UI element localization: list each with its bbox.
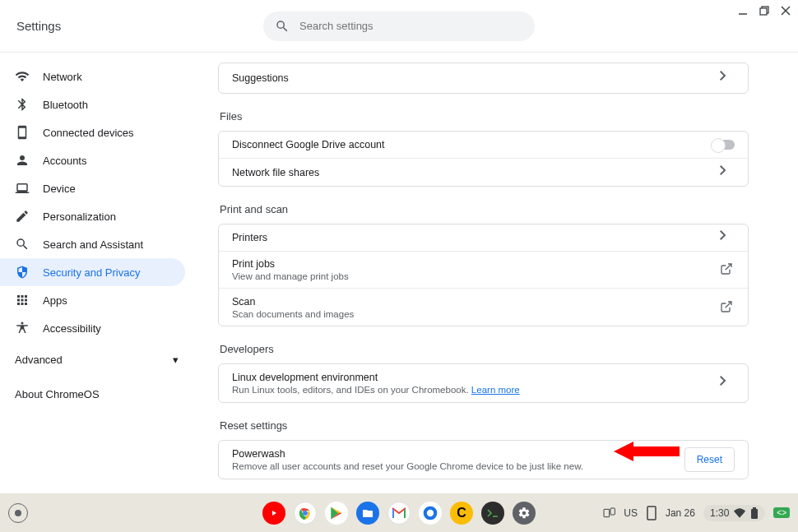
- brush-icon: [15, 209, 30, 224]
- time-indicator: 1:30: [710, 507, 729, 519]
- external-link-icon: [720, 262, 735, 277]
- youtube-icon[interactable]: [262, 502, 285, 525]
- svg-marker-5: [614, 442, 680, 461]
- person-icon: [15, 153, 30, 168]
- scan-sub: Scan documents and images: [232, 309, 354, 319]
- launcher-button[interactable]: [8, 503, 28, 523]
- linux-row[interactable]: Linux development environment Run Linux …: [219, 364, 748, 402]
- settings-content: Suggestions Files Disconnect Google Driv…: [193, 53, 798, 493]
- print-jobs-label: Print jobs: [232, 258, 349, 270]
- play-store-icon[interactable]: [325, 502, 348, 525]
- search-input[interactable]: [299, 20, 523, 32]
- reset-button[interactable]: Reset: [684, 447, 735, 472]
- developers-section-title: Developers: [220, 343, 749, 355]
- search-icon: [15, 237, 30, 252]
- sidebar-item-device[interactable]: Device: [0, 174, 185, 202]
- print-jobs-sub: View and manage print jobs: [232, 271, 349, 281]
- keyboard-layout-indicator[interactable]: US: [624, 507, 638, 519]
- chevron-right-icon: [720, 165, 735, 180]
- suggestions-label: Suggestions: [232, 72, 289, 84]
- settings-header: Settings: [0, 0, 798, 53]
- sidebar-item-accounts[interactable]: Accounts: [0, 146, 185, 174]
- sidebar-item-label: Device: [43, 183, 76, 195]
- sidebar-item-accessibility[interactable]: Accessibility: [0, 314, 185, 342]
- chevron-right-icon: [720, 71, 735, 86]
- sidebar-item-label: Search and Assistant: [43, 238, 143, 251]
- chevron-right-icon: [720, 230, 735, 245]
- sidebar-item-label: Accessibility: [43, 322, 101, 335]
- external-link-icon: [720, 300, 735, 315]
- settings-icon[interactable]: [513, 502, 536, 525]
- overview-icon[interactable]: [602, 507, 615, 520]
- chrome-icon[interactable]: [294, 502, 317, 525]
- sidebar-item-label: Network: [43, 71, 82, 83]
- status-pill[interactable]: 1:30: [703, 505, 765, 521]
- sidebar-item-label: Personalization: [43, 210, 116, 223]
- disconnect-drive-row[interactable]: Disconnect Google Drive account: [219, 132, 748, 159]
- print-jobs-row[interactable]: Print jobs View and manage print jobs: [219, 252, 748, 289]
- svg-point-8: [427, 509, 434, 516]
- svg-rect-11: [647, 507, 656, 520]
- app-c-icon[interactable]: C: [450, 502, 473, 525]
- accessibility-icon: [15, 321, 30, 335]
- sidebar-item-label: Security and Privacy: [43, 266, 141, 279]
- status-tray[interactable]: US Jan 26 1:30 <>: [602, 505, 790, 521]
- chevron-right-icon: [720, 376, 735, 391]
- powerwash-sub: Remove all user accounts and reset your …: [232, 461, 583, 471]
- sidebar-item-bluetooth[interactable]: Bluetooth: [0, 90, 185, 118]
- disconnect-drive-toggle[interactable]: [712, 140, 735, 150]
- svg-rect-12: [751, 509, 758, 519]
- sidebar-item-security[interactable]: Security and Privacy: [0, 258, 185, 286]
- sidebar-item-network[interactable]: Network: [0, 62, 185, 90]
- files-section-title: Files: [220, 110, 749, 123]
- sidebar-item-personalization[interactable]: Personalization: [0, 202, 185, 230]
- apps-icon: [15, 293, 30, 308]
- date-indicator[interactable]: Jan 26: [666, 507, 695, 519]
- sidebar-item-label: Bluetooth: [43, 99, 88, 111]
- search-icon: [275, 19, 290, 34]
- gmail-icon[interactable]: [387, 502, 411, 525]
- sidebar-item-connected-devices[interactable]: Connected devices: [0, 118, 185, 146]
- suggestions-row[interactable]: Suggestions: [219, 63, 748, 93]
- svg-rect-10: [610, 508, 615, 515]
- disconnect-drive-label: Disconnect Google Drive account: [232, 139, 385, 150]
- reset-section-title: Reset settings: [220, 419, 749, 432]
- sidebar-item-label: Apps: [43, 294, 67, 307]
- phone-icon: [15, 125, 30, 140]
- sidebar: Network Bluetooth Connected devices Acco…: [0, 53, 193, 493]
- annotation-arrow: [614, 439, 680, 464]
- wifi-icon: [15, 69, 30, 84]
- sidebar-item-search-assistant[interactable]: Search and Assistant: [0, 230, 185, 258]
- suggestions-card: Suggestions: [218, 62, 749, 94]
- messages-icon[interactable]: [419, 502, 442, 525]
- shelf: C US Jan 26 1:30 <>: [0, 493, 798, 532]
- wifi-status-icon: [734, 508, 745, 518]
- bluetooth-icon: [15, 97, 30, 112]
- powerwash-label: Powerwash: [232, 448, 583, 460]
- linux-sub: Run Linux tools, editors, and IDEs on yo…: [232, 385, 520, 395]
- dev-mode-indicator[interactable]: <>: [773, 507, 790, 518]
- linux-learn-more-link[interactable]: Learn more: [471, 385, 520, 395]
- search-bar[interactable]: [263, 12, 535, 41]
- network-shares-row[interactable]: Network file shares: [219, 159, 748, 186]
- developers-card: Linux development environment Run Linux …: [218, 363, 749, 403]
- laptop-icon: [15, 181, 30, 196]
- sidebar-item-label: Accounts: [43, 155, 86, 167]
- network-shares-label: Network file shares: [232, 167, 319, 178]
- terminal-icon[interactable]: [481, 502, 504, 525]
- shelf-apps: C: [262, 502, 536, 525]
- about-label: About ChromeOS: [15, 388, 100, 400]
- page-title: Settings: [16, 19, 61, 33]
- print-scan-section-title: Print and scan: [220, 203, 749, 215]
- print-scan-card: Printers Print jobs View and manage prin…: [218, 224, 749, 326]
- phone-hub-icon[interactable]: [646, 506, 657, 520]
- sidebar-item-apps[interactable]: Apps: [0, 286, 185, 314]
- files-icon[interactable]: [356, 502, 379, 525]
- printers-row[interactable]: Printers: [219, 224, 748, 252]
- linux-label: Linux development environment: [232, 372, 520, 383]
- sidebar-about[interactable]: About ChromeOS: [0, 373, 193, 400]
- scan-row[interactable]: Scan Scan documents and images: [219, 289, 748, 326]
- sidebar-advanced-toggle[interactable]: Advanced ▾: [0, 345, 193, 373]
- battery-status-icon: [750, 507, 759, 519]
- svg-rect-9: [604, 509, 610, 516]
